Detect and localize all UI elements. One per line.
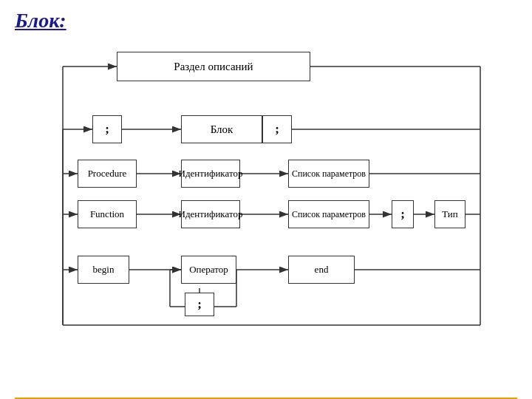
semi4-box: ;	[185, 293, 214, 316]
ident2-box: Идентификатор	[181, 200, 240, 228]
procedure-box: Procedure	[78, 160, 137, 188]
end-box: end	[288, 256, 355, 284]
semi3-box: ;	[392, 200, 414, 228]
tip-box: Тип	[434, 200, 466, 228]
function-box: Function	[78, 200, 137, 228]
semi2-box: ;	[262, 115, 292, 143]
semi1-box: ;	[92, 115, 122, 143]
operator-box: Оператор	[181, 256, 236, 284]
page-title: Блок:	[15, 9, 66, 33]
ident1-box: Идентификатор	[181, 160, 240, 188]
params1-box: Список параметров	[288, 160, 369, 188]
razdel-box: Раздел описаний	[117, 52, 310, 81]
begin-box: begin	[78, 256, 129, 284]
params2-box: Список параметров	[288, 200, 369, 228]
blok-box: Блок	[181, 115, 262, 143]
